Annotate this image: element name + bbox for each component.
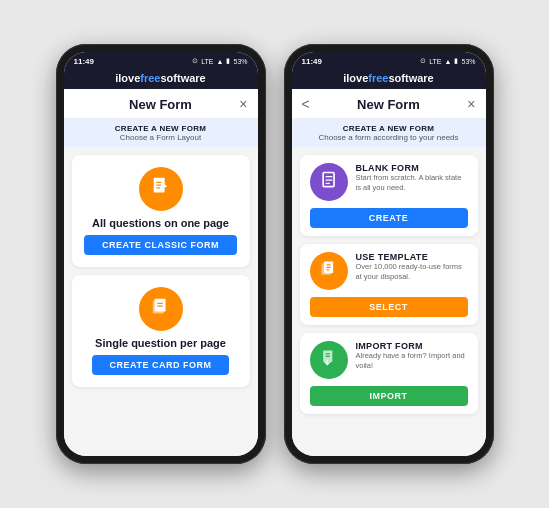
document-icon-2 xyxy=(150,296,172,322)
template-form-header: USE TEMPLATE Over 10,000 ready-to-use fo… xyxy=(310,252,468,290)
template-form-title: USE TEMPLATE xyxy=(356,252,468,262)
brand-ilove-1: ilove xyxy=(115,72,140,84)
screen-content-1: All questions on one page CREATE CLASSIC… xyxy=(64,147,258,456)
modal-title-2: New Form xyxy=(357,97,420,112)
phone-1: 11:49 ⊙ LTE ▲ ▮ 53% ilovefreesoftware Ne… xyxy=(56,44,266,464)
classic-form-card: All questions on one page CREATE CLASSIC… xyxy=(72,155,250,267)
status-icons-1: ⊙ LTE ▲ ▮ 53% xyxy=(192,57,247,65)
phone-1-screen: 11:49 ⊙ LTE ▲ ▮ 53% ilovefreesoftware Ne… xyxy=(64,52,258,456)
blank-form-text: BLANK FORM Start from scratch. A blank s… xyxy=(356,163,468,193)
brand-software-2: software xyxy=(389,72,434,84)
phones-container: 11:49 ⊙ LTE ▲ ▮ 53% ilovefreesoftware Ne… xyxy=(46,34,504,474)
signal-icon: ⊙ xyxy=(192,57,198,65)
brand-ilove-2: ilove xyxy=(343,72,368,84)
import-form-icon xyxy=(310,341,348,379)
phone-2-screen: 11:49 ⊙ LTE ▲ ▮ 53% ilovefreesoftware < … xyxy=(292,52,486,456)
blank-form-title: BLANK FORM xyxy=(356,163,468,173)
sub-header-1: CREATE A NEW FORM Choose a Form Layout xyxy=(64,119,258,147)
battery-pct-2: 53% xyxy=(461,58,475,65)
data-icon-2: ▲ xyxy=(445,58,452,65)
import-form-text: IMPORT FORM Already have a form? Import … xyxy=(356,341,468,371)
lte-label: LTE xyxy=(201,58,213,65)
create-card-button[interactable]: CREATE CARD FORM xyxy=(92,355,230,375)
status-icons-2: ⊙ LTE ▲ ▮ 53% xyxy=(420,57,475,65)
data-icon: ▲ xyxy=(217,58,224,65)
status-bar-1: 11:49 ⊙ LTE ▲ ▮ 53% xyxy=(64,52,258,70)
battery-icon: ▮ xyxy=(226,57,230,65)
create-blank-button[interactable]: CREATE xyxy=(310,208,468,228)
lte-label-2: LTE xyxy=(429,58,441,65)
template-form-icon xyxy=(310,252,348,290)
back-button-2[interactable]: < xyxy=(302,96,310,112)
import-form-desc: Already have a form? Import and voila! xyxy=(356,351,468,371)
sub-title-2: CREATE A NEW FORM xyxy=(302,124,476,133)
time-1: 11:49 xyxy=(74,57,94,66)
sub-desc-1: Choose a Form Layout xyxy=(74,133,248,142)
screen-content-2: BLANK FORM Start from scratch. A blank s… xyxy=(292,147,486,456)
select-template-button[interactable]: SELECT xyxy=(310,297,468,317)
brand-bar-1: ilovefreesoftware xyxy=(64,70,258,89)
classic-label: All questions on one page xyxy=(92,217,229,229)
brand-software-1: software xyxy=(161,72,206,84)
import-form-header: IMPORT FORM Already have a form? Import … xyxy=(310,341,468,379)
modal-header-2: < New Form × xyxy=(292,89,486,119)
status-bar-2: 11:49 ⊙ LTE ▲ ▮ 53% xyxy=(292,52,486,70)
template-form-text: USE TEMPLATE Over 10,000 ready-to-use fo… xyxy=(356,252,468,282)
card-form-card: Single question per page CREATE CARD FOR… xyxy=(72,275,250,387)
blank-form-icon xyxy=(310,163,348,201)
svg-rect-5 xyxy=(154,299,165,312)
battery-pct: 53% xyxy=(233,58,247,65)
create-classic-button[interactable]: CREATE CLASSIC FORM xyxy=(84,235,237,255)
sub-header-2: CREATE A NEW FORM Choose a form accordin… xyxy=(292,119,486,147)
import-form-button[interactable]: IMPORT xyxy=(310,386,468,406)
card-form-icon xyxy=(139,287,183,331)
close-button-2[interactable]: × xyxy=(467,96,475,112)
brand-free-2: free xyxy=(368,72,388,84)
battery-icon-2: ▮ xyxy=(454,57,458,65)
modal-title-1: New Form xyxy=(129,97,192,112)
blank-form-desc: Start from scratch. A blank state is all… xyxy=(356,173,468,193)
import-form-title: IMPORT FORM xyxy=(356,341,468,351)
signal-icon-2: ⊙ xyxy=(420,57,426,65)
classic-form-icon xyxy=(139,167,183,211)
time-2: 11:49 xyxy=(302,57,322,66)
blank-form-card: BLANK FORM Start from scratch. A blank s… xyxy=(300,155,478,236)
modal-header-1: New Form × xyxy=(64,89,258,119)
document-icon-1 xyxy=(150,176,172,202)
template-form-desc: Over 10,000 ready-to-use forms at your d… xyxy=(356,262,468,282)
card-label: Single question per page xyxy=(95,337,226,349)
phone-2: 11:49 ⊙ LTE ▲ ▮ 53% ilovefreesoftware < … xyxy=(284,44,494,464)
sub-desc-2: Choose a form according to your needs xyxy=(302,133,476,142)
brand-free-1: free xyxy=(140,72,160,84)
template-form-card: USE TEMPLATE Over 10,000 ready-to-use fo… xyxy=(300,244,478,325)
close-button-1[interactable]: × xyxy=(239,96,247,112)
blank-form-header: BLANK FORM Start from scratch. A blank s… xyxy=(310,163,468,201)
import-form-card: IMPORT FORM Already have a form? Import … xyxy=(300,333,478,414)
sub-title-1: CREATE A NEW FORM xyxy=(74,124,248,133)
brand-bar-2: ilovefreesoftware xyxy=(292,70,486,89)
